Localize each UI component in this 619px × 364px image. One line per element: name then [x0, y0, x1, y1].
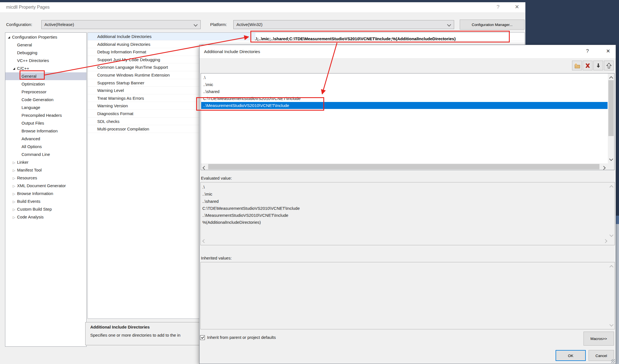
tree-item[interactable]: Build Events	[5, 198, 86, 205]
tree-item[interactable]: Resources	[5, 174, 86, 182]
tree-item[interactable]: Manifest Tool	[5, 166, 86, 174]
ok-button[interactable]: OK	[556, 350, 586, 361]
configuration-manager-button[interactable]: Configuration Manager...	[460, 20, 525, 30]
tree-expander-icon[interactable]	[11, 166, 17, 174]
tree-item[interactable]: Optimization	[5, 80, 86, 88]
tree-item[interactable]: XML Document Generator	[5, 182, 86, 190]
directory-list-item[interactable]: ..\shared	[201, 88, 608, 95]
macros-button[interactable]: Macros>>	[584, 332, 614, 346]
additional-include-directories-dialog: Additional Include Directories ? ✕	[199, 45, 616, 364]
scrollbar-thumb[interactable]	[208, 164, 599, 169]
popup-close-icon[interactable]: ✕	[602, 45, 614, 58]
tree-expander-icon[interactable]	[16, 111, 22, 119]
scroll-up-icon[interactable]	[609, 265, 613, 269]
tree-item[interactable]: Language	[5, 104, 86, 111]
tree-item[interactable]: Browse Information	[5, 127, 86, 135]
scroll-right-icon[interactable]	[602, 166, 606, 170]
tree-item[interactable]: Output Files	[5, 119, 86, 127]
platform-dropdown[interactable]: Active(Win32)	[233, 20, 454, 29]
scroll-down-icon[interactable]	[609, 323, 613, 327]
tree-expander-icon[interactable]	[11, 41, 17, 49]
tree-item[interactable]: All Options	[5, 143, 86, 151]
tree-item[interactable]: Custom Build Step	[5, 205, 86, 213]
tree-expander-icon[interactable]	[16, 127, 22, 135]
tree-expander-icon[interactable]	[6, 33, 12, 41]
inherit-checkbox[interactable]	[200, 335, 205, 340]
scroll-up-icon[interactable]	[609, 185, 613, 189]
tree-expander-icon[interactable]	[16, 135, 22, 143]
resize-grip[interactable]	[611, 359, 615, 363]
tree-expander-icon[interactable]	[16, 104, 22, 111]
scrollbar-thumb[interactable]	[608, 80, 614, 136]
tree-expander-icon[interactable]	[16, 151, 22, 158]
move-up-button[interactable]	[604, 61, 614, 70]
evaluated-line: ..\MeasurementStudioVS2010\VCNET\Include	[202, 212, 300, 219]
tree-expander-icon[interactable]	[11, 205, 17, 213]
tree-expander-icon[interactable]	[16, 143, 22, 151]
directory-path: C:\TDE\MeasurementStudioVS2010\VCNET\Inc…	[203, 96, 301, 101]
configuration-dropdown[interactable]: Active(Release)	[41, 20, 201, 29]
directory-list-item[interactable]: C:\TDE\MeasurementStudioVS2010\VCNET\Inc…	[201, 95, 608, 102]
tree-expander-icon[interactable]	[11, 182, 17, 190]
popup-titlebar[interactable]: Additional Include Directories ? ✕	[200, 45, 616, 58]
tree-expander-icon[interactable]	[16, 72, 22, 80]
tree-item-label: Debugging	[17, 50, 37, 55]
tree-item[interactable]: Debugging	[5, 49, 86, 57]
new-line-button[interactable]	[572, 61, 582, 70]
directory-list-item[interactable]: .\	[201, 74, 608, 81]
scroll-right-icon[interactable]	[603, 239, 607, 243]
popup-help-icon[interactable]: ?	[582, 45, 593, 58]
tree-expander-icon[interactable]	[11, 174, 17, 182]
tree-item[interactable]: Precompiled Headers	[5, 111, 86, 119]
tree-expander-icon[interactable]	[11, 158, 17, 166]
scroll-left-icon[interactable]	[202, 239, 206, 243]
scroll-down-icon[interactable]	[609, 157, 613, 161]
tree-item[interactable]: Code Generation	[5, 96, 86, 104]
tree-expander-icon[interactable]	[11, 213, 17, 221]
tree-item-label: Browse Information	[22, 129, 58, 133]
tree-item[interactable]: Linker	[5, 158, 86, 166]
directory-list-item[interactable]: ..\MeasurementStudioVS2010\VCNET\Include	[201, 102, 608, 109]
tree-item[interactable]: Preprocessor	[5, 88, 86, 96]
delete-button[interactable]	[583, 61, 592, 70]
tree-expander-icon[interactable]	[11, 65, 17, 72]
evaluated-line: ..\mic	[202, 191, 300, 198]
tree-expander-icon[interactable]	[11, 57, 17, 65]
scroll-up-icon[interactable]	[609, 76, 613, 80]
description-title: Additional Include Directories	[90, 325, 150, 329]
move-down-button[interactable]	[593, 61, 603, 70]
tree-item[interactable]: Advanced	[5, 135, 86, 143]
list-horizontal-scrollbar[interactable]	[201, 163, 608, 170]
tree-item[interactable]: C/C++	[5, 65, 86, 72]
scroll-down-icon[interactable]	[609, 233, 613, 237]
close-icon[interactable]: ✕	[511, 2, 523, 12]
evaluated-line: ..\shared	[202, 198, 300, 205]
tree-item-label: Browse Information	[17, 191, 53, 196]
tree-item-label: Manifest Tool	[17, 168, 42, 172]
additional-include-directories-value[interactable]: .\;..\mic;..\shared;C:\TDE\MeasurementSt…	[255, 33, 509, 45]
tree-item[interactable]: Browse Information	[5, 190, 86, 198]
tree-expander-icon[interactable]	[16, 96, 22, 104]
tree-expander-icon[interactable]	[16, 80, 22, 88]
tree-item-label: Code Analysis	[17, 215, 44, 219]
main-titlebar[interactable]: micdll Property Pages ? ✕	[0, 2, 525, 12]
list-vertical-scrollbar[interactable]	[608, 73, 614, 163]
tree-item[interactable]: Configuration Properties	[5, 33, 86, 41]
help-icon[interactable]: ?	[492, 2, 504, 12]
tree-expander-icon[interactable]	[16, 88, 22, 96]
cancel-button[interactable]: Cancel	[589, 350, 614, 361]
tree-item[interactable]: Command Line	[5, 151, 86, 158]
tree-item[interactable]: General	[5, 72, 86, 80]
evaluated-value-box[interactable]: .\ ..\mic ..\shared C:\TDE\MeasurementSt…	[200, 182, 615, 245]
tree-item[interactable]: General	[5, 41, 86, 49]
tree-item[interactable]: VC++ Directories	[5, 57, 86, 65]
tree-item[interactable]: Code Analysis	[5, 213, 86, 221]
tree-expander-icon[interactable]	[11, 190, 17, 198]
tree-expander-icon[interactable]	[16, 119, 22, 127]
tree-expander-icon[interactable]	[11, 49, 17, 57]
tree-expander-icon[interactable]	[11, 198, 17, 206]
inherited-values-box[interactable]	[200, 262, 615, 329]
scroll-left-icon[interactable]	[203, 166, 207, 170]
property-name: Warning Level	[97, 88, 124, 93]
directory-list-item[interactable]: ..\mic	[201, 81, 608, 88]
